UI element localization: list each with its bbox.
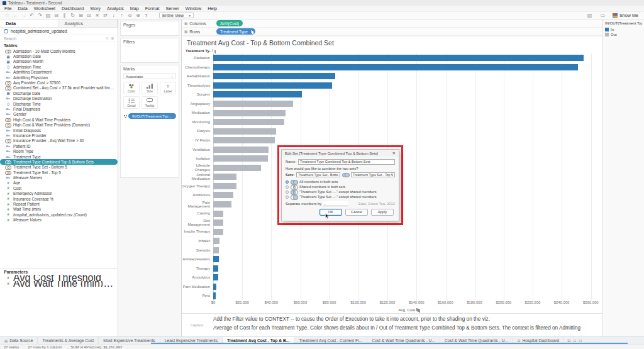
pause-auto-updates-icon[interactable]: ∥: [60, 12, 69, 19]
cancel-button[interactable]: Cancel: [345, 209, 368, 216]
field-item[interactable]: Emergency Admission: [0, 191, 118, 196]
bar-mark[interactable]: [213, 101, 293, 107]
x-axis-title[interactable]: Avg. Cost: [213, 306, 602, 313]
new-dashboard-tab-icon[interactable]: ⊟: [573, 338, 576, 343]
bar-mark[interactable]: [213, 137, 275, 143]
menu-item[interactable]: Dashboard: [58, 6, 87, 11]
close-icon[interactable]: ✕: [392, 151, 396, 156]
set-name-field[interactable]: Treatment Type Combined Top & Bottom Set…: [298, 159, 395, 165]
menu-item[interactable]: Help: [204, 6, 220, 11]
field-item[interactable]: Treatment Type Combined Top & Bottom Set…: [0, 159, 118, 164]
menu-item[interactable]: Server: [162, 6, 182, 11]
bar-mark[interactable]: [213, 64, 578, 70]
back-icon[interactable]: ←: [11, 12, 19, 19]
field-item[interactable]: Admission Month: [0, 59, 118, 64]
bar-mark[interactable]: [213, 274, 218, 280]
field-item[interactable]: Discharge Time: [0, 101, 118, 106]
run-update-icon[interactable]: ↻: [69, 12, 77, 19]
field-item[interactable]: Admitting Department: [0, 70, 118, 75]
sort-descending-icon[interactable]: ↑: [118, 12, 126, 19]
field-item[interactable]: Insurance Provider: [0, 133, 118, 138]
field-item[interactable]: Admission Date: [0, 53, 118, 58]
field-item[interactable]: Repeat Patient: [0, 201, 118, 206]
bar-mark[interactable]: [213, 284, 216, 290]
tooltip-button[interactable]: Tooltip: [142, 96, 158, 109]
menu-item[interactable]: Data: [15, 6, 31, 11]
field-item[interactable]: Avg Provider Cost > 37500: [0, 80, 118, 85]
menu-item[interactable]: Format: [142, 6, 163, 11]
field-item[interactable]: Wait Time (min): [0, 207, 118, 212]
field-item[interactable]: Insurance Provider - Avg Wait Time > 30: [0, 138, 118, 143]
sort-ascending-icon[interactable]: ↓: [109, 12, 118, 19]
bar-mark[interactable]: [213, 265, 218, 272]
field-item[interactable]: Room Type: [0, 148, 118, 153]
show-me-button[interactable]: Show Me: [613, 13, 638, 18]
bar-mark[interactable]: [213, 147, 269, 153]
columns-shelf[interactable]: ▦ Columns AVG(Cost): [182, 19, 602, 28]
bar-mark[interactable]: [213, 192, 233, 198]
field-item[interactable]: Initial Diagnosis: [0, 128, 118, 133]
set1-dropdown[interactable]: Treatment Type Set - Botto...⌄: [296, 172, 340, 178]
field-item[interactable]: Discharge Destination: [0, 96, 118, 101]
separator-field[interactable]: ,: [323, 201, 348, 206]
tableau-logo-icon[interactable]: ∷: [3, 12, 11, 19]
undo-icon[interactable]: ↶: [28, 12, 36, 19]
tab-scrollbar[interactable]: [151, 343, 628, 344]
set2-dropdown[interactable]: Treatment Type Set - Top 5⌄: [351, 172, 395, 178]
menu-item[interactable]: Worksheet: [31, 6, 58, 11]
field-item[interactable]: Measure Values: [0, 218, 118, 223]
bar-mark[interactable]: [213, 247, 219, 253]
swap-rows-columns-icon[interactable]: ⇄: [101, 12, 109, 19]
field-item[interactable]: Patient ID: [0, 143, 118, 148]
bar-mark[interactable]: [213, 91, 302, 97]
new-worksheet-tab-icon[interactable]: ⊞: [567, 338, 570, 343]
rows-shelf[interactable]: ▦ Rows Treatment Type: [182, 28, 602, 36]
combine-option-radio[interactable]: "Treatment Type Set -..." except shared …: [286, 194, 395, 199]
legend-item[interactable]: In: [605, 27, 642, 32]
field-item[interactable]: High Cost & Wait Time Providers: [0, 117, 118, 122]
field-item[interactable]: Insurance Coverage %: [0, 196, 118, 201]
rows-pill-treatment-type[interactable]: Treatment Type: [216, 28, 255, 35]
menu-item[interactable]: File: [1, 6, 15, 11]
menu-item[interactable]: Map: [127, 6, 142, 11]
row-field-header[interactable]: Treatment Ty..: [182, 48, 602, 53]
ok-button[interactable]: OK: [319, 209, 342, 216]
bar-mark[interactable]: [213, 238, 219, 244]
show-mark-labels-icon[interactable]: T: [142, 12, 150, 19]
bar-mark[interactable]: [213, 155, 268, 162]
mark-type-dropdown[interactable]: Automatic ⌄: [123, 73, 176, 79]
presentation-mode-icon[interactable]: ▭: [599, 12, 607, 19]
duplicate-sheet-icon[interactable]: ⊡: [85, 12, 93, 19]
clear-sheet-icon[interactable]: ✕: [93, 12, 101, 19]
combine-option-radio[interactable]: All members in both sets: [286, 179, 395, 184]
combine-option-radio[interactable]: Shared members in both sets: [286, 184, 395, 189]
field-item[interactable]: hospital_admissions_updated.csv (Count): [0, 212, 118, 217]
field-item[interactable]: Cost: [0, 186, 118, 191]
menu-item[interactable]: Story: [87, 6, 104, 11]
combine-option-radio[interactable]: "Treatment Type Set -..." except shared …: [286, 189, 395, 194]
menu-item[interactable]: Window: [182, 6, 205, 11]
parameter-item[interactable]: Avg Wait Time (min) Threshold: [0, 281, 118, 287]
save-icon[interactable]: ▤: [44, 12, 52, 19]
tab-data[interactable]: Data: [0, 19, 59, 27]
field-item[interactable]: Admission Time: [0, 64, 118, 69]
bar-mark[interactable]: [213, 73, 335, 79]
field-item[interactable]: Treatment Type: [0, 154, 118, 159]
field-item[interactable]: Admitting Physician: [0, 75, 118, 80]
highlight-icon[interactable]: ⊙: [126, 12, 134, 19]
sheet-tab[interactable]: Data Source: [0, 337, 38, 344]
bar-mark[interactable]: [213, 256, 219, 262]
field-item[interactable]: Admission - 10 Most Costly Months: [0, 48, 118, 53]
columns-pill-avg-cost[interactable]: AVG(Cost): [216, 20, 243, 26]
show-hide-cards-icon[interactable]: ▤: [586, 12, 594, 19]
search-input[interactable]: Search ▽ ≣: [0, 35, 118, 42]
field-item[interactable]: Gender: [0, 112, 118, 117]
bar-mark[interactable]: [213, 292, 216, 299]
field-item[interactable]: High Cost & Wait Time Providers (Dynamic…: [0, 122, 118, 127]
field-item[interactable]: Final Diagnosis: [0, 106, 118, 111]
field-item[interactable]: Combined Set - Avg Cost > 37.5k and Prov…: [0, 86, 118, 91]
field-item[interactable]: Discharge Date: [0, 91, 118, 96]
bar-mark[interactable]: [213, 211, 223, 217]
bar-mark[interactable]: [213, 229, 223, 235]
filter-icon[interactable]: ▽: [106, 36, 108, 40]
